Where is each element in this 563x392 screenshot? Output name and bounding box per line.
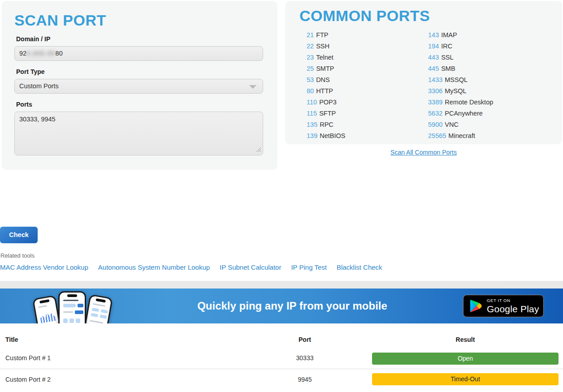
- port-number: 110: [307, 99, 317, 106]
- resize-grip-icon[interactable]: [256, 146, 261, 154]
- google-play-icon: [469, 299, 482, 313]
- table-row-port: 9945: [269, 376, 341, 383]
- common-port-item: 5900VNC: [428, 119, 493, 130]
- common-port-item: 3306MySQL: [428, 86, 493, 97]
- related-tools-links: MAC Address Vendor Lookup Autonomous Sys…: [0, 263, 382, 271]
- check-button[interactable]: Check: [0, 227, 38, 243]
- common-port-item: 139NetBIOS: [307, 130, 345, 142]
- domain-ip-input[interactable]: 920.000.0080: [14, 46, 263, 61]
- port-type-label: Port Type: [16, 68, 265, 75]
- common-port-item: 25565Minecraft: [428, 130, 493, 142]
- port-name: PCAnywhere: [445, 110, 483, 117]
- domain-ip-value-prefix: 92: [19, 50, 26, 57]
- common-port-item: 23Telnet: [307, 52, 345, 63]
- common-ports-column-2: 143IMAP 194IRC 443SSL 445SMB 1433MSSQL 3…: [428, 30, 493, 142]
- port-name: Remote Desktop: [445, 99, 493, 106]
- common-port-item: 135RPC: [307, 119, 345, 130]
- common-ports-card: COMMON PORTS 21FTP 22SSH 23Telnet 25SMTP…: [285, 1, 562, 144]
- port-name: RPC: [320, 121, 333, 128]
- scan-all-common-ports-wrapper: Scan All Common Ports: [285, 148, 562, 156]
- port-name: FTP: [316, 31, 328, 39]
- status-badge-timed-out: Timed-Out: [372, 373, 559, 385]
- common-port-item: 110POP3: [307, 97, 345, 108]
- table-row-title: Custom Port # 1: [5, 354, 51, 362]
- common-port-item: 21FTP: [307, 30, 345, 41]
- phone-mockup-center: [58, 291, 86, 323]
- port-name: SSH: [316, 43, 329, 50]
- common-ports-title: COMMON PORTS: [299, 7, 548, 25]
- common-port-item: 53DNS: [307, 74, 345, 86]
- port-number: 23: [307, 54, 314, 61]
- common-port-item: 5632PCAnywhere: [428, 108, 493, 119]
- ports-textarea[interactable]: 30333, 9945: [14, 112, 263, 155]
- port-name: POP3: [319, 99, 337, 106]
- common-port-item: 445SMB: [428, 63, 493, 74]
- port-name: SMB: [441, 65, 455, 72]
- table-header-port: Port: [269, 336, 341, 343]
- scan-all-common-ports-link[interactable]: Scan All Common Ports: [390, 149, 457, 156]
- domain-ip-value-suffix: 80: [56, 50, 63, 57]
- link-mac-address-vendor-lookup[interactable]: MAC Address Vendor Lookup: [0, 263, 88, 271]
- port-number: 135: [307, 121, 317, 128]
- port-number: 3306: [428, 87, 442, 95]
- google-play-text: GET IT ON Google Play: [487, 298, 539, 314]
- banner-headline: Quickly ping any IP from your mobile: [197, 300, 387, 312]
- port-number: 194: [428, 43, 439, 50]
- port-number: 22: [307, 43, 314, 50]
- port-number: 3389: [428, 99, 442, 106]
- port-number: 443: [428, 54, 439, 61]
- common-port-item: 25SMTP: [307, 63, 345, 74]
- port-number: 143: [428, 31, 439, 39]
- table-row-title: Custom Port # 2: [5, 376, 51, 383]
- table-row-port: 30333: [269, 354, 341, 362]
- scan-port-title: SCAN PORT: [14, 12, 265, 29]
- domain-ip-label: Domain / IP: [16, 35, 265, 43]
- port-name: Minecraft: [448, 132, 475, 139]
- scan-port-card: SCAN PORT Domain / IP 920.000.0080 Port …: [2, 1, 277, 170]
- port-number: 80: [307, 87, 314, 95]
- common-port-item: 143IMAP: [428, 30, 493, 41]
- phones-illustration: [35, 290, 112, 323]
- common-port-item: 194IRC: [428, 41, 493, 52]
- link-ip-ping-test[interactable]: IP Ping Test: [291, 263, 327, 271]
- status-badge-open: Open: [372, 353, 559, 365]
- port-number: 53: [307, 76, 314, 83]
- link-ip-subnet-calculator[interactable]: IP Subnet Calculator: [220, 263, 281, 271]
- port-name: SMTP: [316, 65, 334, 72]
- mobile-app-promo-banner: Quickly ping any IP from your mobile GET…: [0, 289, 563, 323]
- link-autonomous-system-number-lookup[interactable]: Autonomous System Number Lookup: [98, 263, 210, 271]
- port-number: 139: [307, 132, 317, 139]
- link-blacklist-check[interactable]: Blacklist Check: [337, 263, 382, 271]
- port-number: 5632: [428, 110, 442, 117]
- port-number: 5900: [428, 121, 442, 128]
- port-name: NetBIOS: [320, 132, 345, 139]
- common-port-item: 1433MSSQL: [428, 74, 493, 86]
- port-type-select[interactable]: Custom Ports: [14, 79, 263, 94]
- port-scanner-page: SCAN PORT Domain / IP 920.000.0080 Port …: [0, 0, 563, 392]
- table-row-divider: [0, 369, 563, 369]
- port-name: IMAP: [441, 31, 457, 39]
- ports-value: 30333, 9945: [19, 116, 56, 123]
- port-number: 25565: [428, 132, 446, 139]
- port-number: 25: [307, 65, 314, 72]
- table-header-title: Title: [5, 336, 18, 343]
- port-name: HTTP: [316, 87, 333, 95]
- port-type-selected-value: Custom Ports: [19, 82, 59, 90]
- common-port-item: 115SFTP: [307, 108, 345, 119]
- common-ports-column-1: 21FTP 22SSH 23Telnet 25SMTP 53DNS 80HTTP…: [307, 30, 345, 142]
- port-name: IRC: [441, 43, 452, 50]
- port-number: 1433: [428, 76, 442, 83]
- port-name: Telnet: [316, 54, 333, 61]
- port-number: 445: [428, 65, 439, 72]
- port-name: SFTP: [319, 110, 336, 117]
- common-port-item: 3389Remote Desktop: [428, 97, 493, 108]
- port-name: VNC: [445, 121, 459, 128]
- google-play-small-text: GET IT ON: [487, 298, 539, 303]
- related-tools-heading: Related tools: [0, 252, 35, 259]
- section-divider-strip: [0, 281, 563, 289]
- port-number: 115: [307, 110, 317, 117]
- port-name: MySQL: [445, 87, 466, 95]
- chevron-down-icon: [249, 85, 256, 89]
- google-play-badge[interactable]: GET IT ON Google Play: [463, 295, 544, 317]
- port-name: DNS: [316, 76, 330, 83]
